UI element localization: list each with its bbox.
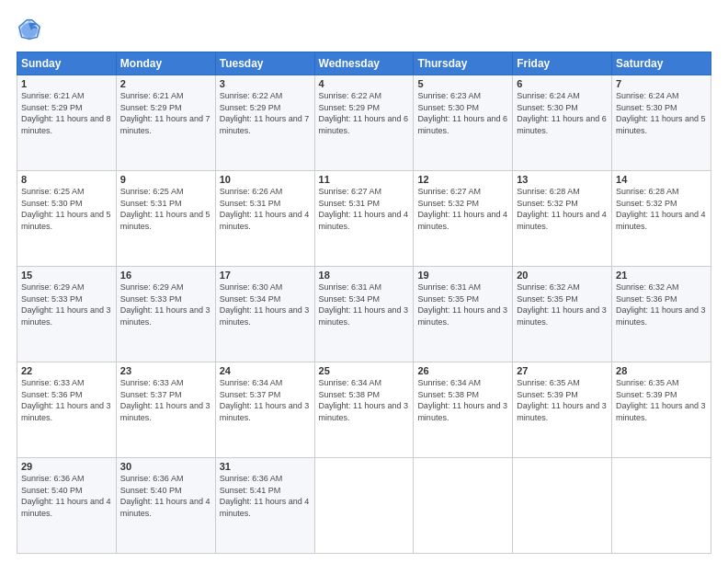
cell-text: Sunrise: 6:25 AMSunset: 5:31 PMDaylight:… xyxy=(120,187,210,231)
calendar-cell xyxy=(513,458,612,554)
calendar-cell xyxy=(414,458,513,554)
cell-text: Sunrise: 6:31 AMSunset: 5:34 PMDaylight:… xyxy=(319,282,409,327)
cell-text: Sunrise: 6:32 AMSunset: 5:35 PMDaylight:… xyxy=(517,282,607,327)
calendar-cell: 23Sunrise: 6:33 AMSunset: 5:37 PMDayligh… xyxy=(116,362,215,458)
week-row-2: 8Sunrise: 6:25 AMSunset: 5:30 PMDaylight… xyxy=(17,171,711,267)
day-number: 11 xyxy=(319,174,410,185)
day-number: 20 xyxy=(517,270,608,281)
day-number: 4 xyxy=(319,78,410,89)
logo-icon xyxy=(17,17,42,42)
cell-text: Sunrise: 6:23 AMSunset: 5:30 PMDaylight:… xyxy=(417,91,507,135)
calendar-cell: 20Sunrise: 6:32 AMSunset: 5:35 PMDayligh… xyxy=(513,267,612,362)
calendar-cell: 27Sunrise: 6:35 AMSunset: 5:39 PMDayligh… xyxy=(513,362,612,458)
cell-text: Sunrise: 6:32 AMSunset: 5:36 PMDaylight:… xyxy=(616,282,706,327)
cell-text: Sunrise: 6:27 AMSunset: 5:31 PMDaylight:… xyxy=(319,187,409,231)
calendar-cell: 5Sunrise: 6:23 AMSunset: 5:30 PMDaylight… xyxy=(414,75,513,171)
day-number: 29 xyxy=(21,461,112,472)
header-sunday: Sunday xyxy=(17,52,117,75)
calendar-cell xyxy=(612,458,711,554)
day-number: 6 xyxy=(517,78,608,89)
week-row-5: 29Sunrise: 6:36 AMSunset: 5:40 PMDayligh… xyxy=(17,458,711,554)
calendar-cell: 6Sunrise: 6:24 AMSunset: 5:30 PMDaylight… xyxy=(513,75,612,171)
calendar-cell: 19Sunrise: 6:31 AMSunset: 5:35 PMDayligh… xyxy=(414,267,513,362)
calendar-cell: 9Sunrise: 6:25 AMSunset: 5:31 PMDaylight… xyxy=(116,171,215,267)
logo xyxy=(17,17,46,42)
cell-text: Sunrise: 6:25 AMSunset: 5:30 PMDaylight:… xyxy=(21,187,111,231)
day-number: 28 xyxy=(616,365,707,376)
cell-text: Sunrise: 6:28 AMSunset: 5:32 PMDaylight:… xyxy=(616,187,706,231)
cell-text: Sunrise: 6:24 AMSunset: 5:30 PMDaylight:… xyxy=(517,91,607,135)
header-monday: Monday xyxy=(116,52,215,75)
cell-text: Sunrise: 6:34 AMSunset: 5:37 PMDaylight:… xyxy=(220,378,310,422)
cell-text: Sunrise: 6:22 AMSunset: 5:29 PMDaylight:… xyxy=(220,91,310,135)
calendar-cell: 17Sunrise: 6:30 AMSunset: 5:34 PMDayligh… xyxy=(215,267,314,362)
calendar-cell: 16Sunrise: 6:29 AMSunset: 5:33 PMDayligh… xyxy=(116,267,215,362)
calendar-cell: 22Sunrise: 6:33 AMSunset: 5:36 PMDayligh… xyxy=(17,362,117,458)
cell-text: Sunrise: 6:36 AMSunset: 5:40 PMDaylight:… xyxy=(120,474,210,518)
calendar-cell: 1Sunrise: 6:21 AMSunset: 5:29 PMDaylight… xyxy=(17,75,117,171)
calendar-cell: 2Sunrise: 6:21 AMSunset: 5:29 PMDaylight… xyxy=(116,75,215,171)
calendar-cell: 29Sunrise: 6:36 AMSunset: 5:40 PMDayligh… xyxy=(17,458,117,554)
day-number: 25 xyxy=(319,365,410,376)
day-number: 10 xyxy=(220,174,311,185)
calendar-cell: 30Sunrise: 6:36 AMSunset: 5:40 PMDayligh… xyxy=(116,458,215,554)
cell-text: Sunrise: 6:30 AMSunset: 5:34 PMDaylight:… xyxy=(220,282,310,327)
calendar-cell: 14Sunrise: 6:28 AMSunset: 5:32 PMDayligh… xyxy=(612,171,711,267)
calendar-cell xyxy=(314,458,414,554)
cell-text: Sunrise: 6:21 AMSunset: 5:29 PMDaylight:… xyxy=(120,91,210,135)
cell-text: Sunrise: 6:22 AMSunset: 5:29 PMDaylight:… xyxy=(319,91,409,135)
day-number: 18 xyxy=(319,270,410,281)
cell-text: Sunrise: 6:33 AMSunset: 5:37 PMDaylight:… xyxy=(120,378,210,422)
day-number: 30 xyxy=(120,461,211,472)
calendar-cell: 13Sunrise: 6:28 AMSunset: 5:32 PMDayligh… xyxy=(513,171,612,267)
cell-text: Sunrise: 6:28 AMSunset: 5:32 PMDaylight:… xyxy=(517,187,607,231)
header-saturday: Saturday xyxy=(612,52,711,75)
day-number: 21 xyxy=(616,270,707,281)
cell-text: Sunrise: 6:26 AMSunset: 5:31 PMDaylight:… xyxy=(220,187,310,231)
calendar-cell: 18Sunrise: 6:31 AMSunset: 5:34 PMDayligh… xyxy=(314,267,414,362)
day-number: 24 xyxy=(220,365,311,376)
day-number: 15 xyxy=(21,270,112,281)
page: SundayMondayTuesdayWednesdayThursdayFrid… xyxy=(0,0,728,563)
day-number: 27 xyxy=(517,365,608,376)
cell-text: Sunrise: 6:29 AMSunset: 5:33 PMDaylight:… xyxy=(120,282,210,327)
calendar-cell: 28Sunrise: 6:35 AMSunset: 5:39 PMDayligh… xyxy=(612,362,711,458)
cell-text: Sunrise: 6:29 AMSunset: 5:33 PMDaylight:… xyxy=(21,282,111,327)
cell-text: Sunrise: 6:35 AMSunset: 5:39 PMDaylight:… xyxy=(616,378,706,422)
day-number: 31 xyxy=(220,461,311,472)
header-thursday: Thursday xyxy=(414,52,513,75)
day-number: 14 xyxy=(616,174,707,185)
calendar-cell: 31Sunrise: 6:36 AMSunset: 5:41 PMDayligh… xyxy=(215,458,314,554)
day-number: 8 xyxy=(21,174,112,185)
calendar-cell: 11Sunrise: 6:27 AMSunset: 5:31 PMDayligh… xyxy=(314,171,414,267)
calendar-cell: 24Sunrise: 6:34 AMSunset: 5:37 PMDayligh… xyxy=(215,362,314,458)
day-number: 7 xyxy=(616,78,707,89)
week-row-4: 22Sunrise: 6:33 AMSunset: 5:36 PMDayligh… xyxy=(17,362,711,458)
cell-text: Sunrise: 6:24 AMSunset: 5:30 PMDaylight:… xyxy=(616,91,706,135)
cell-text: Sunrise: 6:27 AMSunset: 5:32 PMDaylight:… xyxy=(417,187,507,231)
day-number: 12 xyxy=(417,174,508,185)
calendar-cell: 26Sunrise: 6:34 AMSunset: 5:38 PMDayligh… xyxy=(414,362,513,458)
day-number: 19 xyxy=(417,270,508,281)
cell-text: Sunrise: 6:36 AMSunset: 5:40 PMDaylight:… xyxy=(21,474,111,518)
header-row: SundayMondayTuesdayWednesdayThursdayFrid… xyxy=(17,52,711,75)
header-tuesday: Tuesday xyxy=(215,52,314,75)
cell-text: Sunrise: 6:33 AMSunset: 5:36 PMDaylight:… xyxy=(21,378,111,422)
header-friday: Friday xyxy=(513,52,612,75)
day-number: 17 xyxy=(220,270,311,281)
day-number: 26 xyxy=(417,365,508,376)
cell-text: Sunrise: 6:34 AMSunset: 5:38 PMDaylight:… xyxy=(319,378,409,422)
week-row-3: 15Sunrise: 6:29 AMSunset: 5:33 PMDayligh… xyxy=(17,267,711,362)
week-row-1: 1Sunrise: 6:21 AMSunset: 5:29 PMDaylight… xyxy=(17,75,711,171)
day-number: 9 xyxy=(120,174,211,185)
day-number: 23 xyxy=(120,365,211,376)
day-number: 22 xyxy=(21,365,112,376)
day-number: 1 xyxy=(21,78,112,89)
calendar-cell: 4Sunrise: 6:22 AMSunset: 5:29 PMDaylight… xyxy=(314,75,414,171)
day-number: 16 xyxy=(120,270,211,281)
calendar-cell: 7Sunrise: 6:24 AMSunset: 5:30 PMDaylight… xyxy=(612,75,711,171)
calendar-cell: 10Sunrise: 6:26 AMSunset: 5:31 PMDayligh… xyxy=(215,171,314,267)
cell-text: Sunrise: 6:36 AMSunset: 5:41 PMDaylight:… xyxy=(220,474,310,518)
calendar-cell: 3Sunrise: 6:22 AMSunset: 5:29 PMDaylight… xyxy=(215,75,314,171)
day-number: 3 xyxy=(220,78,311,89)
